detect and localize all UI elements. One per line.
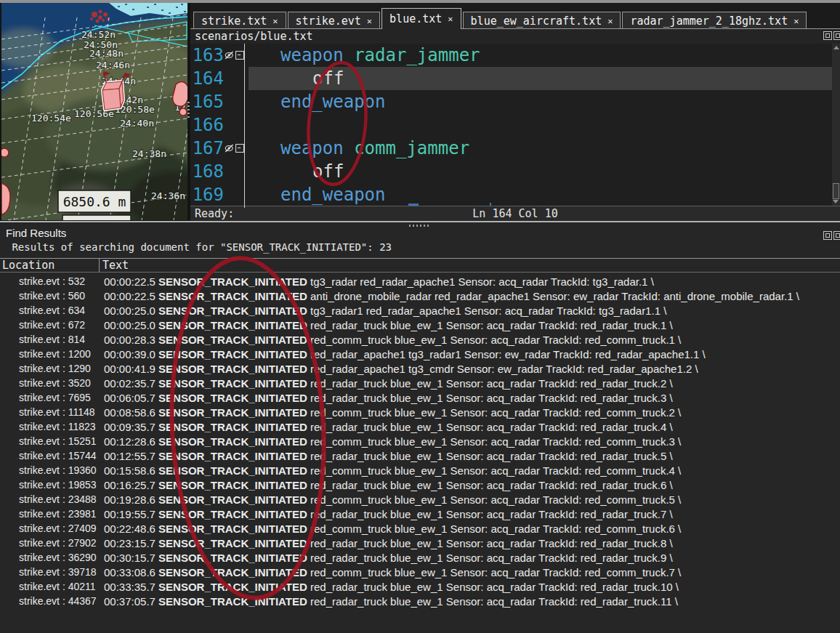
scroll-up-icon[interactable] (833, 46, 839, 49)
code-line-163[interactable]: 163weapon radar_jammer (190, 44, 840, 67)
fold-collapse-icon[interactable] (235, 51, 244, 60)
fold-collapse-icon[interactable] (235, 144, 244, 153)
tab-close-icon[interactable]: ✕ (272, 16, 278, 26)
code-line-166[interactable]: 166 (190, 113, 840, 137)
result-location: strike.evt : 1200 (0, 348, 104, 360)
tab-blue-txt[interactable]: blue.txt✕ (381, 8, 461, 29)
tab-radar-jammer-2-18ghz-txt[interactable]: radar_jammer_2_18ghz.txt✕ (622, 12, 807, 29)
result-row[interactable]: strike.evt : 4021100:33:35.7 SENSOR_TRAC… (0, 579, 840, 594)
gutter-icons[interactable] (224, 143, 244, 153)
result-row[interactable]: strike.evt : 63400:00:25.0 SENSOR_TRACK_… (0, 303, 840, 318)
result-event: SENSOR_TRACK_INITIATED (158, 363, 307, 375)
result-text: 00:00:25.0 SENSOR_TRACK_INITIATED tg3_ra… (104, 305, 840, 317)
vertical-scrollbar[interactable] (832, 44, 840, 208)
result-location: strike.evt : 27409 (0, 523, 104, 534)
result-time: 00:15:58.6 (104, 464, 158, 477)
code-editor[interactable]: 163weapon radar_jammer164off165end_weapo… (190, 44, 840, 208)
result-time: 00:37:05.7 (104, 595, 158, 608)
result-row[interactable]: strike.evt : 352000:02:35.7 SENSOR_TRACK… (0, 376, 840, 390)
result-event: SENSOR_TRACK_INITIATED (158, 290, 307, 302)
result-row[interactable]: strike.evt : 769500:06:05.7 SENSOR_TRACK… (0, 390, 840, 405)
find-results-panel: Find Results Results of searching docume… (0, 222, 840, 633)
result-detail: tg3_radar1 red_radar_apache1 Sensor: acq… (307, 305, 666, 317)
result-time: 00:00:22.5 (104, 275, 158, 288)
result-row[interactable]: strike.evt : 3629000:30:15.7 SENSOR_TRAC… (0, 550, 840, 565)
result-event: SENSOR_TRACK_INITIATED (158, 421, 307, 433)
result-text: 00:09:35.7 SENSOR_TRACK_INITIATED red_ra… (104, 421, 840, 433)
result-text: 00:08:58.6 SENSOR_TRACK_INITIATED red_co… (104, 406, 840, 419)
result-row[interactable]: strike.evt : 2790200:23:15.7 SENSOR_TRAC… (0, 536, 840, 550)
result-text: 00:00:41.9 SENSOR_TRACK_INITIATED red_ra… (104, 363, 840, 375)
result-row[interactable]: strike.evt : 1985300:16:25.7 SENSOR_TRAC… (0, 477, 840, 492)
tab-label: strike.txt (201, 15, 267, 28)
result-detail: red_comm_truck blue_ew_1 Sensor: acq_rad… (307, 406, 681, 419)
result-event: SENSOR_TRACK_INITIATED (158, 566, 307, 578)
tab-close-icon[interactable]: ✕ (793, 16, 799, 26)
column-header-text[interactable]: Text (100, 259, 129, 272)
tab-blue-ew-aircraft-txt[interactable]: blue_ew_aircraft.txt✕ (463, 12, 621, 29)
code-text: weapon comm_jammer (249, 137, 832, 160)
result-row[interactable]: strike.evt : 2348800:19:28.6 SENSOR_TRAC… (0, 492, 840, 507)
close-panel-icon[interactable] (833, 231, 840, 240)
application-window: 24:52n24:50n24:48n24:46n24:44n24:42n24:4… (0, 0, 840, 633)
result-row[interactable]: strike.evt : 56000:00:22.5 SENSOR_TRACK_… (0, 289, 840, 303)
code-line-168[interactable]: 168off (190, 160, 840, 183)
result-text: 00:00:22.5 SENSOR_TRACK_INITIATED anti_d… (104, 290, 840, 302)
line-number: 163 (190, 44, 224, 67)
gutter-icons[interactable] (224, 50, 244, 60)
result-row[interactable]: strike.evt : 81400:00:28.3 SENSOR_TRACK_… (0, 332, 840, 347)
result-row[interactable]: strike.evt : 1114800:08:58.6 SENSOR_TRAC… (0, 405, 840, 419)
tab-close-icon[interactable]: ✕ (607, 16, 613, 26)
result-row[interactable]: strike.evt : 1525100:12:28.6 SENSOR_TRAC… (0, 434, 840, 448)
result-location: strike.evt : 44367 (0, 595, 104, 607)
eye-slash-icon[interactable] (225, 143, 235, 153)
tab-strike-evt[interactable]: strike.evt✕ (288, 12, 381, 29)
float-window-icon[interactable] (823, 231, 832, 240)
panel-drag-handle[interactable] (409, 225, 429, 227)
text-editor-panel: strike.txt✕strike.evt✕blue.txt✕blue_ew_a… (190, 3, 840, 221)
result-row[interactable]: strike.evt : 53200:00:22.5 SENSOR_TRACK_… (0, 274, 840, 289)
result-time: 00:19:55.7 (104, 508, 158, 520)
tab-close-icon[interactable]: ✕ (448, 14, 453, 24)
code-token: weapon (280, 138, 354, 158)
close-panel-icon[interactable] (833, 31, 840, 40)
result-row[interactable]: strike.evt : 1182300:09:35.7 SENSOR_TRAC… (0, 419, 840, 434)
code-line-169[interactable]: 169end_weapon (190, 183, 840, 206)
result-row[interactable]: strike.evt : 4436700:37:05.7 SENSOR_TRAC… (0, 594, 840, 608)
result-row[interactable]: strike.evt : 2740900:22:48.6 SENSOR_TRAC… (0, 521, 840, 536)
result-event: SENSOR_TRACK_INITIATED (158, 523, 307, 535)
result-time: 00:33:35.7 (104, 581, 158, 593)
file-path: scenarios/blue.txt (195, 30, 313, 43)
vertical-scrollbar-thumb[interactable] (833, 183, 839, 199)
tab-label: strike.evt (296, 15, 361, 28)
code-line-164[interactable]: 164off (190, 67, 840, 90)
result-row[interactable]: strike.evt : 67200:00:25.0 SENSOR_TRACK_… (0, 318, 840, 332)
float-window-icon[interactable] (823, 31, 832, 40)
tab-label: blue.txt (389, 12, 442, 25)
column-header-location[interactable]: Location (0, 259, 100, 272)
result-detail: red_comm_truck blue_ew_1 Sensor: acq_rad… (307, 435, 681, 448)
result-row[interactable]: strike.evt : 120000:00:39.0 SENSOR_TRACK… (0, 347, 840, 361)
result-row[interactable]: strike.evt : 129000:00:41.9 SENSOR_TRACK… (0, 361, 840, 376)
result-text: 00:30:15.7 SENSOR_TRACK_INITIATED red_ra… (104, 552, 840, 564)
panel-splitter-handle[interactable] (187, 102, 190, 119)
eye-slash-icon[interactable] (225, 50, 235, 60)
tab-close-icon[interactable]: ✕ (367, 16, 372, 26)
tab-strike-txt[interactable]: strike.txt✕ (193, 12, 286, 29)
map-3d-view[interactable]: 24:52n24:50n24:48n24:46n24:44n24:42n24:4… (1, 3, 187, 220)
code-line-167[interactable]: 167weapon comm_jammer (190, 137, 840, 160)
result-event: SENSOR_TRACK_INITIATED (158, 348, 307, 360)
code-lines: 163weapon radar_jammer164off165end_weapo… (190, 44, 840, 206)
result-row[interactable]: strike.evt : 3971800:33:08.6 SENSOR_TRAC… (0, 565, 840, 579)
result-event: SENSOR_TRACK_INITIATED (158, 450, 307, 462)
result-detail: red_radar_truck blue_ew_1 Sensor: acq_ra… (307, 377, 673, 390)
scroll-down-icon[interactable] (833, 200, 839, 203)
line-number: 169 (190, 183, 224, 206)
result-row[interactable]: strike.evt : 1574400:12:55.7 SENSOR_TRAC… (0, 448, 840, 463)
line-number: 164 (190, 67, 224, 90)
result-event: SENSOR_TRACK_INITIATED (158, 552, 307, 564)
result-row[interactable]: strike.evt : 2398100:19:55.7 SENSOR_TRAC… (0, 507, 840, 521)
code-token: radar_jammer (354, 45, 480, 65)
code-line-165[interactable]: 165end_weapon (190, 90, 840, 113)
result-row[interactable]: strike.evt : 1936000:15:58.6 SENSOR_TRAC… (0, 463, 840, 477)
